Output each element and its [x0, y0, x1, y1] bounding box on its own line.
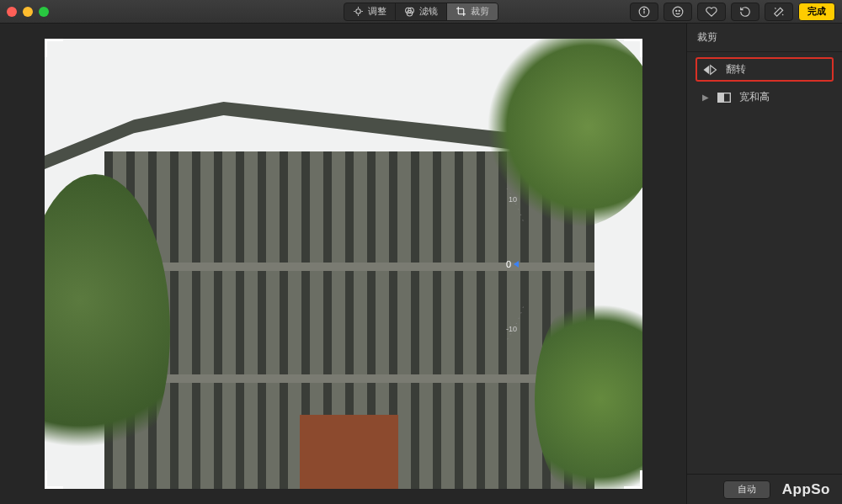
svg-point-12: [676, 10, 677, 11]
toolbar-right: 完成: [630, 3, 835, 21]
disclosure-triangle-icon: ▶: [702, 93, 709, 102]
tab-crop-label: 裁剪: [471, 5, 489, 18]
filters-icon: [404, 6, 415, 17]
info-icon: [638, 6, 650, 18]
tab-filters-label: 滤镜: [419, 5, 438, 18]
dial-value-indicator: 0: [506, 259, 519, 269]
sidebar-title: 裁剪: [687, 24, 842, 52]
aspect-ratio-icon: [717, 93, 731, 103]
toolbar: 调整 滤镜 裁剪: [0, 0, 842, 24]
done-button[interactable]: 完成: [798, 3, 835, 21]
crop-handle-bottom-left[interactable]: [45, 470, 63, 489]
sidebar-item-label: 宽和高: [739, 90, 770, 104]
svg-line-14: [775, 8, 775, 8]
svg-point-13: [679, 10, 679, 11]
info-button[interactable]: [630, 3, 658, 21]
straighten-dial[interactable]: 10 0 -10: [466, 180, 524, 348]
sidebar-item-label: 翻转: [726, 62, 746, 77]
crop-handle-bottom-right[interactable]: [624, 470, 642, 489]
svg-point-0: [356, 9, 360, 13]
crop-icon: [456, 6, 466, 17]
face-icon: [672, 6, 684, 18]
sidebar: 裁剪 翻转 ▶ 宽和高 自动 AppSo: [686, 24, 842, 504]
svg-rect-17: [718, 93, 724, 102]
favorite-button[interactable]: [697, 3, 726, 21]
dial-tick-top: 10: [509, 195, 517, 204]
photo-crop-frame[interactable]: [45, 39, 642, 489]
sliders-icon: [353, 6, 364, 17]
canvas: 10 0 -10: [0, 24, 686, 504]
sidebar-item-flip[interactable]: 翻转: [695, 57, 834, 82]
svg-line-15: [782, 13, 783, 14]
crop-handle-top-right[interactable]: [624, 39, 642, 57]
crop-handle-top-left[interactable]: [45, 39, 63, 57]
window-controls: [7, 7, 49, 17]
rotate-button[interactable]: [731, 3, 759, 21]
dial-pointer-icon: [514, 261, 519, 268]
minimize-window-button[interactable]: [23, 7, 33, 17]
tab-adjust-label: 调整: [368, 5, 386, 18]
auto-button[interactable]: 自动: [723, 480, 770, 499]
svg-point-10: [643, 8, 644, 9]
sidebar-footer: 自动 AppSo: [687, 474, 842, 504]
tab-adjust[interactable]: 调整: [344, 3, 396, 20]
photo: [45, 39, 642, 489]
tab-filters[interactable]: 滤镜: [396, 3, 447, 20]
zoom-window-button[interactable]: [39, 7, 49, 17]
brand-watermark: AppSo: [782, 481, 830, 498]
enhance-button[interactable]: [765, 3, 793, 21]
app-window: 调整 滤镜 裁剪: [0, 0, 842, 504]
sidebar-item-aspect[interactable]: ▶ 宽和高: [695, 85, 834, 109]
svg-point-11: [673, 7, 683, 17]
rotate-icon: [739, 6, 751, 18]
magic-wand-icon: [773, 6, 785, 18]
heart-icon: [706, 6, 717, 18]
main-area: 10 0 -10 裁剪 翻转 ▶ 宽和高: [0, 24, 842, 504]
close-window-button[interactable]: [7, 7, 17, 17]
flip-horizontal-icon: [702, 64, 717, 76]
editor-tabs: 调整 滤镜 裁剪: [344, 3, 498, 21]
dial-tick-bottom: -10: [506, 325, 517, 333]
tag-button[interactable]: [663, 3, 692, 21]
dial-value: 0: [506, 259, 511, 269]
tab-crop[interactable]: 裁剪: [447, 3, 498, 20]
